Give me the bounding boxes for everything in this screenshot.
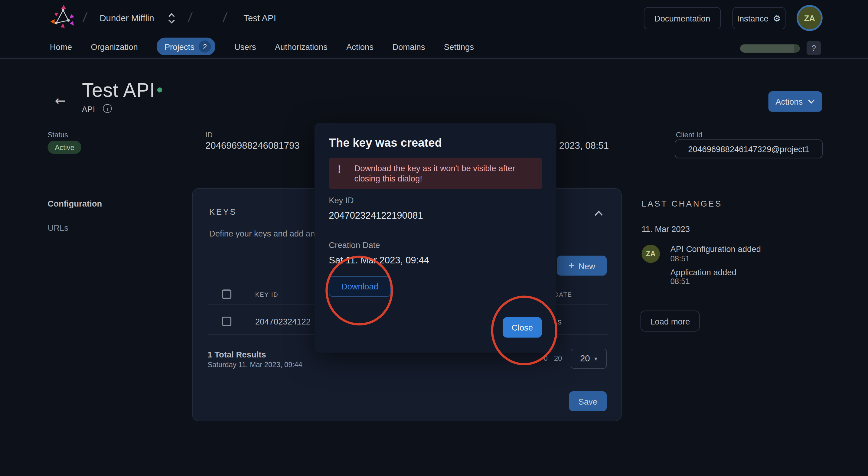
last-changes-date: 11. Mar 2023 <box>642 224 690 233</box>
id-label: ID <box>205 131 213 139</box>
creation-date-value: Sat 11. Mar 2023, 09:44 <box>329 255 429 266</box>
nav-tab-authorizations[interactable]: Authorizations <box>275 42 328 51</box>
actions-button[interactable]: Actions <box>769 91 822 112</box>
sidebar-item-urls[interactable]: URLs <box>48 223 68 232</box>
nav-tab-actions[interactable]: Actions <box>346 42 373 51</box>
page-size-select[interactable]: 20 ▾ <box>571 349 607 369</box>
breadcrumb-org[interactable]: Dunder Mifflin <box>99 13 154 23</box>
client-id-label: Client Id <box>676 131 702 139</box>
creation-date-label: Creation Date <box>329 240 380 250</box>
instance-label: Instance <box>737 13 769 23</box>
keys-panel-description: Define your keys and add an o <box>209 229 322 238</box>
new-key-button[interactable]: + New <box>557 256 607 276</box>
created-datetime-partial: 2023, 08:51 <box>559 140 609 152</box>
chevron-down-icon <box>808 99 815 104</box>
change-entry-time: 08:51 <box>671 254 690 263</box>
warning-text: Download the key as it won't be visible … <box>354 163 521 184</box>
breadcrumb-page[interactable]: Test API <box>244 13 276 23</box>
page-size-value: 20 <box>580 354 590 364</box>
row-checkbox[interactable] <box>222 317 231 326</box>
dialog-title: The key was created <box>329 136 442 149</box>
change-author-avatar: ZA <box>642 245 660 263</box>
table-row-date-partial: s <box>557 317 562 326</box>
change-entry-time: 08:51 <box>671 277 690 285</box>
caret-down-icon: ▾ <box>594 355 597 362</box>
projects-count-badge: 2 <box>199 40 211 53</box>
main-nav: Home Organization Projects 2 Users Autho… <box>50 34 474 59</box>
page-title: Test API <box>82 79 155 101</box>
breadcrumb-separator: / <box>82 10 88 25</box>
sidebar-item-configuration[interactable]: Configuration <box>48 199 102 208</box>
top-header: / Dunder Mifflin / / Test API Documentat… <box>0 0 868 59</box>
results-timestamp: Saturday 11. Mar 2023, 09:44 <box>208 360 302 369</box>
download-key-button[interactable]: Download <box>329 276 391 297</box>
change-entry-label: API Configuration added <box>671 244 761 253</box>
info-icon[interactable]: i <box>103 104 112 113</box>
warning-banner: ! Download the key as it won't be visibl… <box>329 158 542 189</box>
help-button[interactable]: ? <box>807 41 821 55</box>
usage-meter[interactable] <box>740 44 800 52</box>
actions-label: Actions <box>775 97 803 106</box>
status-label: Status <box>48 131 68 139</box>
gear-icon: ⚙ <box>773 13 781 24</box>
column-header-date-partial: DATE <box>554 291 572 298</box>
key-created-dialog: The key was created ! Download the key a… <box>314 123 557 353</box>
client-id-value[interactable]: 204696988246147329@project1 <box>675 139 823 158</box>
nav-tab-projects[interactable]: Projects 2 <box>157 37 215 55</box>
plus-icon: + <box>568 259 575 272</box>
last-changes-title: LAST CHANGES <box>642 199 722 208</box>
load-more-button[interactable]: Load more <box>641 311 700 332</box>
nav-tab-projects-label: Projects <box>164 42 194 51</box>
key-id-value: 204702324122190081 <box>329 211 423 222</box>
key-id-label: Key ID <box>329 195 353 205</box>
instance-button[interactable]: Instance ⚙ <box>733 7 786 29</box>
org-switcher-icon[interactable] <box>168 12 176 24</box>
column-header-key-id: KEY ID <box>255 291 279 298</box>
nav-tab-domains[interactable]: Domains <box>392 42 425 51</box>
nav-tab-users[interactable]: Users <box>235 42 256 51</box>
status-badge: Active <box>48 140 81 154</box>
select-all-checkbox[interactable] <box>222 289 231 299</box>
collapse-panel-icon[interactable] <box>594 209 603 219</box>
keys-panel-title: KEYS <box>209 207 237 217</box>
change-entry-label: Application added <box>671 267 737 277</box>
app-logo[interactable] <box>50 4 75 30</box>
id-value: 204696988246081793 <box>205 140 300 152</box>
active-status-dot <box>157 87 162 92</box>
nav-tab-settings[interactable]: Settings <box>444 42 474 51</box>
new-key-label: New <box>579 261 595 271</box>
breadcrumb-separator: / <box>222 10 228 25</box>
documentation-label: Documentation <box>654 13 710 23</box>
nav-tab-organization[interactable]: Organization <box>91 42 138 51</box>
page-subtitle: API <box>82 105 95 114</box>
documentation-button[interactable]: Documentation <box>644 7 721 29</box>
save-button[interactable]: Save <box>569 391 607 411</box>
close-dialog-button[interactable]: Close <box>503 317 542 338</box>
table-row-key-id: 204702324122 <box>255 317 311 326</box>
nav-tab-home[interactable]: Home <box>50 42 72 51</box>
warning-icon: ! <box>338 163 341 176</box>
app-root: / Dunder Mifflin / / Test API Documentat… <box>0 0 868 476</box>
back-button[interactable]: ← <box>55 93 66 108</box>
total-results: 1 Total Results <box>208 350 266 359</box>
pagination-range: 0 - 20 <box>544 354 562 362</box>
breadcrumb-separator: / <box>187 10 193 25</box>
user-avatar[interactable]: ZA <box>797 5 823 31</box>
